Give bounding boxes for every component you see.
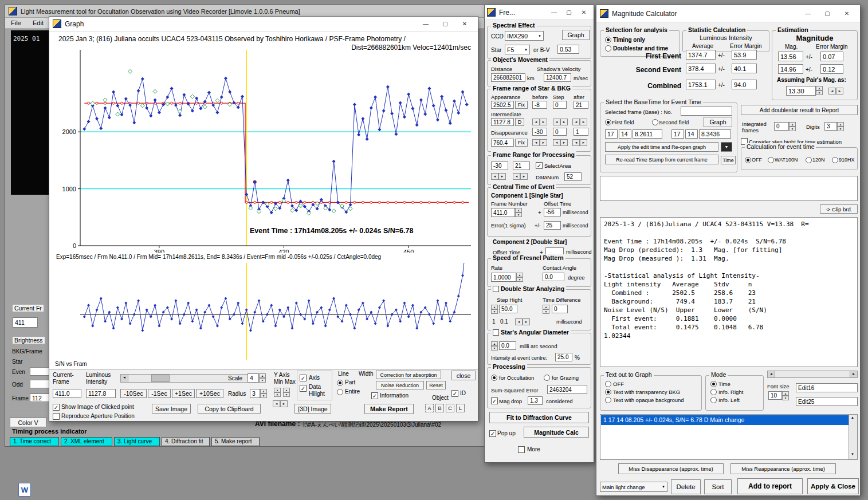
intensity-centre-field[interactable]: 25.0 xyxy=(555,353,572,361)
apply-edit-time-button[interactable]: Apply the edit time and Re-open graph xyxy=(605,142,718,152)
frame-number-spinner[interactable]: ▲▼ xyxy=(515,208,522,217)
assuming-arrows[interactable]: ◄► xyxy=(828,88,843,95)
odd-field[interactable] xyxy=(30,380,49,388)
minus-10sec-button[interactable]: -10Sec xyxy=(120,389,147,398)
disappearance-before-arrows[interactable]: ◄► xyxy=(532,139,547,146)
datanum-field[interactable]: 52 xyxy=(564,172,582,181)
data-hilight-checkbox[interactable]: ✓ xyxy=(300,385,307,392)
close-graph-button[interactable]: close xyxy=(451,371,476,380)
distance-field[interactable]: 266882601 xyxy=(491,73,525,82)
plus-10sec-button[interactable]: +10Sec xyxy=(196,389,223,398)
doublestar-time-radio[interactable] xyxy=(605,45,611,52)
sort-button[interactable]: Sort xyxy=(704,479,732,494)
more-checkbox[interactable] xyxy=(518,446,525,453)
scroll-down-icon[interactable]: ▼ xyxy=(851,452,854,456)
appearance-level-field[interactable]: 2502.5 xyxy=(491,101,514,109)
first-avg-field[interactable]: 1374.7 xyxy=(686,50,716,60)
time1-hour-field[interactable]: 17 xyxy=(605,129,618,139)
minimize-icon[interactable]: — xyxy=(416,17,435,31)
popup-checkbox[interactable]: ✓ xyxy=(489,430,496,437)
frame-field[interactable]: 112 xyxy=(30,393,49,402)
calc-120n-radio[interactable] xyxy=(806,157,812,163)
time2-hour-field[interactable]: 17 xyxy=(671,129,684,139)
intermediate-before-arrows[interactable]: ◄► xyxy=(532,119,547,125)
luminous-intensity-field[interactable]: 1127.8 xyxy=(86,389,116,398)
scrollbar-thumb[interactable] xyxy=(151,375,170,382)
even-field[interactable] xyxy=(30,367,49,376)
yaxis-max-spinner[interactable]: ▲▼ xyxy=(283,388,290,397)
disappearance-step-arrows[interactable]: ◄► xyxy=(553,139,568,146)
scroll-up-icon[interactable]: ▲ xyxy=(851,416,854,419)
object-l-button[interactable]: L xyxy=(456,404,465,412)
yaxis-min-spinner[interactable]: ▲▼ xyxy=(274,388,281,397)
time2-min-field[interactable]: 14 xyxy=(685,129,698,139)
disappearance-after-field[interactable]: 1 xyxy=(574,128,588,136)
intermediate-after-arrows[interactable]: ◄► xyxy=(572,119,587,125)
disappearance-after-arrows[interactable]: ◄► xyxy=(572,139,587,146)
proc-to-field[interactable]: 21 xyxy=(513,162,530,170)
object-a-button[interactable]: A xyxy=(425,404,434,412)
star-type-combo[interactable]: F5▼ xyxy=(505,45,530,54)
tab-xml-element[interactable]: 2. XML element xyxy=(61,437,112,446)
second-magerr-field[interactable]: 0.12 xyxy=(820,64,843,74)
calc-910hx-radio[interactable] xyxy=(832,157,838,163)
tab-diffraction-fit[interactable]: 4. Diffraction fit xyxy=(162,437,210,446)
first-err-field[interactable]: 53.9 xyxy=(732,50,757,60)
disappearance-fix-button[interactable]: Fix xyxy=(515,139,528,147)
color-video-button[interactable]: Color V xyxy=(10,418,46,427)
first-mag-field[interactable]: 13.56 xyxy=(778,52,803,61)
spectral-graph-button[interactable]: Graph xyxy=(562,30,590,40)
second-avg-field[interactable]: 378.4 xyxy=(686,64,716,73)
main-light-change-combo[interactable]: Main light change▼ xyxy=(600,482,667,492)
for-grazing-radio[interactable] xyxy=(544,375,550,381)
angular-diameter-checkbox[interactable] xyxy=(493,329,499,336)
miss-disappearance-button[interactable]: Miss Disappearance (approx. time) xyxy=(618,463,724,474)
second-mag-field[interactable]: 14.96 xyxy=(778,64,803,74)
graph-current-frame-field[interactable]: 411.0 xyxy=(53,389,81,398)
step-hight-field[interactable]: 50.0 xyxy=(499,305,517,313)
first-magerr-field[interactable]: 0.07 xyxy=(820,52,843,61)
assuming-mag-field[interactable]: 13.30 xyxy=(786,86,816,96)
save-image-button[interactable]: Save Image xyxy=(152,404,191,414)
appearance-step-field[interactable]: 0 xyxy=(553,101,567,109)
frame-number-field[interactable]: 411.0 xyxy=(491,208,515,217)
delete-button[interactable]: Delete xyxy=(671,479,701,494)
scratch-text-area[interactable] xyxy=(600,176,858,201)
report-text-area[interactable]: 2025-1-3 / (816)Juliana / UCAC4 523-0431… xyxy=(600,217,858,367)
proc-from-arrows[interactable]: ◄► xyxy=(491,173,506,180)
minimize-icon[interactable]: — xyxy=(547,6,561,19)
close-icon[interactable]: ✕ xyxy=(837,7,857,21)
select-area-checkbox[interactable]: ✓ xyxy=(536,162,543,169)
rate-spinner[interactable]: ▲▼ xyxy=(516,273,523,282)
scroll-left-icon[interactable]: ◄ xyxy=(121,375,128,382)
sse-field[interactable]: 2463204 xyxy=(547,385,587,394)
minimize-icon[interactable]: — xyxy=(798,7,818,21)
combined-err-field[interactable]: 94.0 xyxy=(732,80,757,89)
intermediate-step-arrows[interactable]: ◄► xyxy=(553,119,568,125)
copy-clipboard-button[interactable]: Copy to ClipBoard xyxy=(198,404,261,414)
first-field-radio[interactable] xyxy=(605,119,611,125)
time-diff-spinner[interactable]: ▲▼ xyxy=(543,305,549,314)
miss-reappearance-button[interactable]: Miss Reappearance (approx. time) xyxy=(730,463,836,474)
time-button[interactable]: Time xyxy=(721,156,736,164)
mag-drop-checkbox[interactable]: ✓ xyxy=(491,397,498,404)
clip-board-button[interactable]: -> Clip brd. xyxy=(820,204,858,214)
plus-1sec-button[interactable]: +1Sec xyxy=(172,389,195,398)
word-taskbar-icon[interactable]: W xyxy=(18,483,31,497)
mode-info-left-radio[interactable] xyxy=(710,397,717,403)
add-to-report-button[interactable]: Add to report xyxy=(737,478,803,494)
disappearance-before-field[interactable]: -30 xyxy=(532,128,547,136)
noise-reduction-button[interactable]: Noise Reduction xyxy=(376,381,424,389)
double-star-checkbox[interactable] xyxy=(493,286,499,292)
scroll-right-icon[interactable]: ► xyxy=(850,371,857,377)
appearance-before-field[interactable]: -8 xyxy=(532,101,547,109)
mode-time-radio[interactable] xyxy=(710,381,717,387)
radius-field[interactable]: 3 xyxy=(250,389,260,398)
add-doublestar-button[interactable]: Add doublestar result to Report xyxy=(741,105,858,115)
id-checkbox[interactable]: ✓ xyxy=(451,390,458,397)
proc-from-field[interactable]: -30 xyxy=(491,162,508,170)
intermediate-level-field[interactable]: 1127.8 xyxy=(491,118,514,126)
radius-spinner[interactable]: ▲▼ xyxy=(260,389,267,398)
font-size-spinner[interactable]: ▲▼ xyxy=(782,391,789,400)
textout-scrollbar[interactable]: ◄ ► xyxy=(767,371,858,378)
